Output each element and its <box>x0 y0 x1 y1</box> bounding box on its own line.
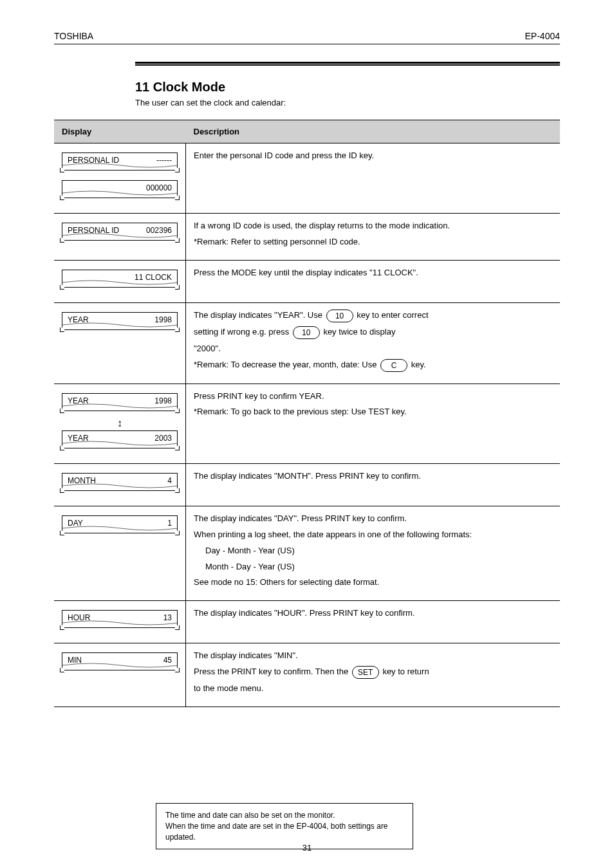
table-desc: Press the MODE key until the display ind… <box>186 260 561 302</box>
lcd-display: YEAR 1998 <box>62 393 178 411</box>
clock-mode-table: Display Description PERSONAL ID ------ 0… <box>54 120 560 707</box>
lcd-display: HOUR 13 <box>62 610 178 628</box>
lcd-display: 11 CLOCK <box>62 270 178 288</box>
table-desc: Enter the personal ID code and press the… <box>186 143 561 214</box>
header-rule <box>54 44 560 44</box>
table-row: HOUR 13 The display indicates "HOUR". Pr… <box>54 601 560 643</box>
table-row: YEAR 1998 ↕ YEAR 2003 Press PRINT key to… <box>54 383 560 464</box>
table-header-desc: Description <box>186 120 561 143</box>
section-intro: The user can set the clock and calendar: <box>135 98 286 107</box>
lcd-display: PERSONAL ID ------ <box>62 152 178 171</box>
lcd-display: YEAR 1998 <box>62 312 178 330</box>
lcd-display: PERSONAL ID 002396 <box>62 223 178 241</box>
page-header: TOSHIBA EP-4004 <box>54 31 560 41</box>
note-line: The time and date can also be set on the… <box>165 810 404 821</box>
header-model: EP-4004 <box>525 31 560 41</box>
key-set: SET <box>352 666 379 679</box>
key-c: C <box>380 359 407 372</box>
table-row: DAY 1 The display indicates "DAY". Press… <box>54 506 560 601</box>
table-desc: The display indicates "HOUR". Press PRIN… <box>186 601 561 643</box>
table-row: PERSONAL ID ------ 000000 Enter the pers… <box>54 143 560 214</box>
page-number: 31 <box>0 843 614 853</box>
table-desc: The display indicates "MIN". Press the P… <box>186 643 561 707</box>
key-10: 10 <box>326 309 353 322</box>
table-row: MIN 45 The display indicates "MIN". Pres… <box>54 643 560 707</box>
table-row: PERSONAL ID 002396 If a wrong ID code is… <box>54 214 560 261</box>
table-desc: The display indicates "YEAR". Use 10 key… <box>186 302 561 383</box>
updown-arrow-icon: ↕ <box>117 419 122 428</box>
table-header-display: Display <box>54 120 186 143</box>
section-double-rule <box>135 62 560 66</box>
header-company: TOSHIBA <box>54 31 93 41</box>
table-row: 11 CLOCK Press the MODE key until the di… <box>54 260 560 302</box>
lcd-display: 000000 <box>62 180 178 198</box>
lcd-display: DAY 1 <box>62 515 178 533</box>
lcd-display: YEAR 2003 <box>62 430 178 448</box>
key-10: 10 <box>293 326 320 339</box>
table-desc: The display indicates "MONTH". Press PRI… <box>186 464 561 506</box>
table-desc: Press PRINT key to confirm YEAR. *Remark… <box>186 383 561 464</box>
section-title: 11 Clock Mode <box>135 80 225 95</box>
lcd-display: MIN 45 <box>62 652 178 670</box>
table-row: MONTH 4 The display indicates "MONTH". P… <box>54 464 560 506</box>
table-row: YEAR 1998 The display indicates "YEAR". … <box>54 302 560 383</box>
table-desc: If a wrong ID code is used, the display … <box>186 214 561 261</box>
table-desc: The display indicates "DAY". Press PRINT… <box>186 506 561 601</box>
lcd-display: MONTH 4 <box>62 473 178 491</box>
note-line: When the time and date are set in the EP… <box>165 821 404 843</box>
